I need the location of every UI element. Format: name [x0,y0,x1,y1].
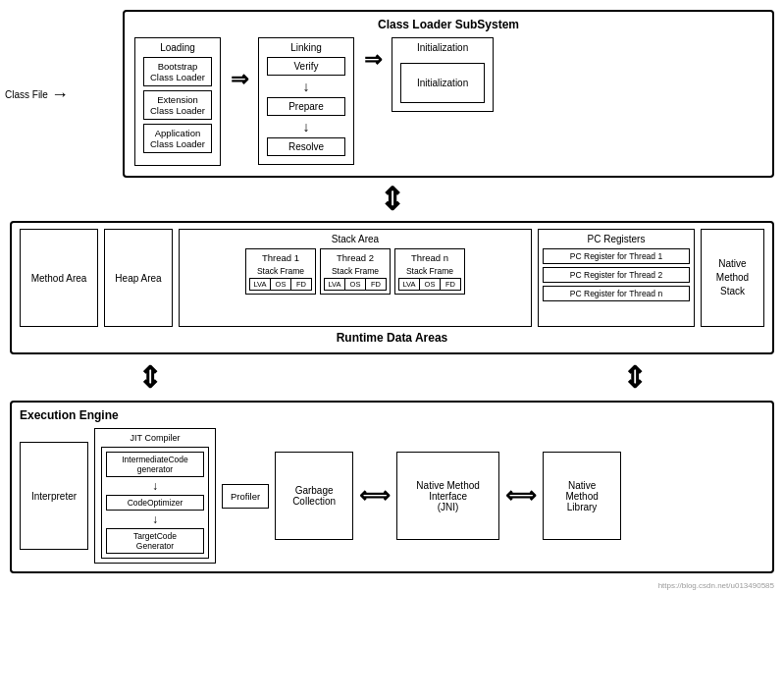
linking-to-init-arrow: ⇒ [364,37,382,73]
thread-1-frame: Stack Frame [257,266,304,276]
bootstrap-loader: BootstrapClass Loader [143,57,212,86]
runtime-data-areas-label: Runtime Data Areas [20,331,764,345]
init-section: Initialization Initialization [392,37,494,112]
method-area-label: Method Area [31,273,87,284]
native-stack-label: NativeMethodStack [716,257,749,298]
class-loader-section: Class Loader SubSystem Loading Bootstrap… [123,10,774,178]
threads-row: Thread 1 Stack Frame LVA OS FD Thread 2 … [183,248,527,295]
loading-label: Loading [143,42,212,53]
prepare-box: Prepare [267,97,345,116]
watermark: https://blog.csdn.net/u013490585 [10,581,774,590]
gc-box: Garbage Collection [275,452,353,540]
diagram-wrapper: Class File → Class Loader SubSystem Load… [10,10,774,590]
thread-n-frame: Stack Frame [406,266,453,276]
thread-n-fd: FD [441,279,460,290]
heap-area-box: Heap Area [104,229,173,327]
nml-box: Native Method Library [543,452,621,540]
interpreter-box: Interpreter [20,442,88,550]
init-label: Initialization [417,42,468,53]
jit-arrow-1: ↓ [152,479,158,493]
pc-thread-n: PC Register for Thread n [543,286,690,301]
execution-engine-section: Execution Engine Interpreter JIT Compile… [10,401,774,573]
thread-n-lva: LVA [399,279,420,290]
class-file-arrow: → [51,83,69,104]
pc-thread-1: PC Register for Thread 1 [543,248,690,264]
runtime-section: Method Area Heap Area Stack Area Thread … [10,221,774,354]
extension-loader: ExtensionClass Loader [143,90,212,120]
thread-1-fd: FD [291,279,311,290]
pc-registers-box: PC Registers PC Register for Thread 1 PC… [538,229,695,327]
jit-compiler-title: JIT Compiler [131,433,181,443]
thread-1-lva-row: LVA OS FD [249,278,312,291]
thread-2-lva-row: LVA OS FD [324,278,387,291]
loading-to-linking-arrow: ⇒ [231,37,248,92]
pc-thread-2: PC Register for Thread 2 [543,267,690,283]
thread-2-fd: FD [366,279,386,290]
resolve-box: Resolve [267,137,345,156]
loading-box: Loading BootstrapClass Loader ExtensionC… [134,37,221,166]
thread-n-col: Thread n Stack Frame LVA OS FD [394,248,465,295]
application-loader: ApplicationClass Loader [143,124,212,153]
nmi-label: Native MethodInterface(JNI) [416,480,479,512]
native-method-stack-box: NativeMethodStack [701,229,764,327]
thread-1-lva: LVA [250,279,271,290]
interpreter-label: Interpreter [31,491,77,502]
prepare-resolve-arrow: ↓ [302,120,309,134]
profiler-box: Profiler [222,484,269,509]
gc-label: Garbage Collection [286,485,342,507]
class-file-text: Class File [5,87,48,100]
jit-arrow-2: ↓ [152,512,158,526]
gc-nmi-arrow: ⟺ [359,483,391,509]
left-v-arrow: ⇕ [137,360,162,395]
heap-area-label: Heap Area [115,273,161,284]
class-loader-title: Class Loader SubSystem [134,18,762,31]
cl-to-rda-arrow: ⇕ [10,184,774,215]
thread-1-os: OS [271,279,291,290]
code-optimizer: CodeOptimizer [106,495,204,511]
thread-n-os: OS [420,279,441,290]
jit-compiler-box: JIT Compiler IntermediateCodegenerator ↓… [94,428,216,564]
thread-2-lva: LVA [325,279,345,290]
verify-prepare-arrow: ↓ [302,80,309,93]
jit-flow: IntermediateCodegenerator ↓ CodeOptimize… [101,447,209,559]
right-v-arrow: ⇕ [622,360,647,395]
thread-n-lva-row: LVA OS FD [398,278,461,291]
thread-n-label: Thread n [411,252,448,263]
stack-area-title: Stack Area [183,234,527,244]
thread-2-label: Thread 2 [337,252,374,263]
nmi-box: Native MethodInterface(JNI) [396,452,499,540]
pc-registers-title: PC Registers [543,234,690,244]
thread-1-col: Thread 1 Stack Frame LVA OS FD [245,248,316,295]
linking-label: Linking [267,42,345,53]
profiler-label: Profiler [231,491,260,502]
method-area-box: Method Area [20,229,98,327]
execution-engine-title: Execution Engine [20,408,764,422]
thread-2-os: OS [345,279,366,290]
class-file-label: Class File → [5,83,69,104]
verify-box: Verify [267,57,345,76]
linking-box: Linking Verify ↓ Prepare ↓ Resolve [258,37,354,165]
thread-1-label: Thread 1 [262,252,299,263]
intermediate-code-generator: IntermediateCodegenerator [106,452,204,477]
thread-2-frame: Stack Frame [332,266,379,276]
thread-2-col: Thread 2 Stack Frame LVA OS FD [320,248,391,295]
rda-exec-arrows: ⇕ ⇕ [10,360,774,395]
init-box: Initialization [400,63,485,103]
nml-label: Native Method Library [553,480,610,512]
target-code-generator: TargetCodeGenerator [106,528,204,554]
nmi-nml-arrow: ⟺ [505,483,537,509]
stack-area-box: Stack Area Thread 1 Stack Frame LVA OS F… [179,229,532,327]
